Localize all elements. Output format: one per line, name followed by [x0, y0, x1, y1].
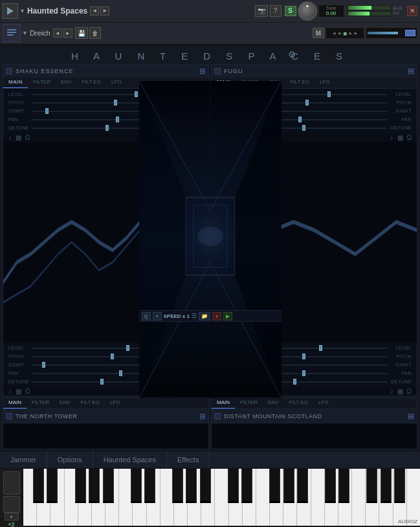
- black-key[interactable]: [338, 469, 349, 503]
- power-btn-bl[interactable]: [6, 413, 12, 420]
- s-button[interactable]: S: [285, 6, 296, 16]
- headphone-icon-tr1[interactable]: Ω: [407, 134, 412, 141]
- tab-bl-main[interactable]: MAIN: [3, 398, 27, 409]
- panel-br-name: DISTANT MOUNTAIN SCOTLAND: [224, 413, 408, 420]
- tab-options[interactable]: Options: [47, 451, 93, 468]
- tune-knob[interactable]: [298, 1, 317, 21]
- white-key[interactable]: [407, 469, 420, 526]
- black-key[interactable]: [89, 469, 100, 503]
- note-icon-tr2[interactable]: ♪: [390, 388, 393, 395]
- black-key[interactable]: [269, 469, 280, 503]
- wave-icon-tl2[interactable]: ▦: [16, 388, 21, 395]
- record-button[interactable]: ●: [212, 312, 221, 320]
- tab-bl-lfo[interactable]: LFO: [105, 398, 126, 409]
- tab-br-env[interactable]: ENV: [263, 398, 283, 409]
- play-button[interactable]: ▶: [223, 312, 232, 320]
- panel-bl-name: THE NORTH TOWER: [16, 413, 199, 420]
- black-key[interactable]: [283, 469, 294, 503]
- tab-tr-filter[interactable]: FILTER: [236, 78, 264, 88]
- wave-icon-tl1[interactable]: ▦: [16, 134, 21, 141]
- power-btn-tl[interactable]: [6, 68, 12, 74]
- tab-br-filter[interactable]: FILTER: [235, 398, 263, 409]
- tab-tr-main[interactable]: MAIN: [212, 78, 236, 88]
- wave-icon-tr1[interactable]: ▦: [397, 134, 403, 141]
- tab-tr-lfo[interactable]: LFO: [315, 78, 335, 88]
- black-key[interactable]: [131, 469, 142, 503]
- black-key[interactable]: [75, 469, 86, 503]
- link-icon-tr[interactable]: ⊞: [408, 67, 414, 76]
- tab-tl-filteg[interactable]: FILT EG: [76, 78, 106, 88]
- tab-effects[interactable]: Effects: [167, 451, 210, 468]
- note-icon-tl2[interactable]: ♪: [8, 388, 12, 395]
- black-key[interactable]: [200, 469, 211, 503]
- delete-preset-button[interactable]: 🗑: [89, 27, 101, 39]
- tab-br-filteg[interactable]: FILT EG: [283, 398, 313, 409]
- tab-haunted-spaces[interactable]: Haunted Spaces: [93, 451, 167, 468]
- tab-br-lfo[interactable]: LFO: [313, 398, 334, 409]
- note-icon-tl1[interactable]: ♪: [8, 134, 12, 141]
- tab-bl-env[interactable]: ENV: [54, 398, 75, 409]
- dropdown-arrow[interactable]: ▼: [19, 8, 25, 14]
- black-key[interactable]: [241, 469, 252, 503]
- black-key[interactable]: [144, 469, 155, 503]
- prev-preset[interactable]: ◄: [53, 28, 62, 38]
- tune-display: Tune 0.00: [318, 5, 344, 17]
- instrument-header-title: H A U N T E D S P A C E S: [71, 50, 349, 62]
- black-key[interactable]: [297, 469, 308, 503]
- tab-br-main[interactable]: MAIN: [212, 398, 235, 409]
- preset-name: Dreich: [30, 29, 50, 37]
- folder-button[interactable]: 📁: [199, 312, 210, 320]
- tab-tl-main[interactable]: MAIN: [3, 78, 28, 88]
- menu-icon[interactable]: ☰: [192, 313, 197, 319]
- camera-button[interactable]: 📷: [255, 5, 268, 17]
- tab-tl-filter[interactable]: FILTER: [28, 78, 56, 88]
- headphone-icon-tr2[interactable]: Ω: [407, 388, 412, 395]
- m-button[interactable]: M: [313, 28, 324, 38]
- save-preset-button[interactable]: 💾: [75, 27, 88, 39]
- speed-label: SPEED x 1: [164, 313, 190, 319]
- white-key[interactable]: [215, 469, 228, 526]
- tab-bl-filteg[interactable]: FILT EG: [75, 398, 105, 409]
- next-button[interactable]: ►: [100, 6, 109, 16]
- black-key[interactable]: [186, 469, 197, 503]
- tab-bl-filter[interactable]: FILTER: [27, 398, 54, 409]
- gear-icon[interactable]: ⚙: [288, 49, 296, 60]
- tab-tr-env[interactable]: ENV: [264, 78, 285, 88]
- tab-tl-lfo[interactable]: LFO: [106, 78, 127, 88]
- next-preset[interactable]: ►: [63, 28, 72, 38]
- link-icon-tl[interactable]: ⊞: [199, 67, 206, 76]
- link-icon-br[interactable]: ⊞: [408, 412, 414, 421]
- power-btn-tr[interactable]: [214, 68, 221, 74]
- white-key[interactable]: [352, 469, 366, 526]
- q-button[interactable]: Q: [142, 312, 151, 320]
- black-key[interactable]: [47, 469, 58, 503]
- black-key[interactable]: [381, 469, 392, 503]
- power-btn-br[interactable]: [214, 413, 221, 420]
- black-key[interactable]: [394, 469, 405, 503]
- close-button[interactable]: ✕: [407, 6, 417, 16]
- white-key[interactable]: [256, 469, 270, 526]
- black-key[interactable]: [103, 469, 114, 503]
- pitch-wheel[interactable]: [3, 471, 20, 495]
- black-key[interactable]: [228, 469, 239, 503]
- prev-button[interactable]: ◄: [90, 6, 99, 16]
- panel-top-left: SHAKU ESSENCE ⊞ MAIN FILTER ENV FILT EG …: [3, 64, 209, 396]
- mod-wheel[interactable]: [3, 496, 20, 513]
- white-key[interactable]: [311, 469, 325, 526]
- wave-icon-tr2[interactable]: ▦: [397, 388, 403, 395]
- list-button[interactable]: ≡: [153, 312, 162, 320]
- link-icon-bl[interactable]: ⊞: [199, 412, 206, 421]
- keyboard-keys: AUDIOZ: [23, 469, 420, 526]
- headphone-icon-tl2[interactable]: Ω: [25, 388, 30, 395]
- octave-up[interactable]: +: [5, 513, 19, 521]
- black-key[interactable]: [325, 469, 336, 503]
- tab-jammer[interactable]: Jammer: [0, 451, 47, 468]
- black-key[interactable]: [366, 469, 377, 503]
- black-key[interactable]: [172, 469, 183, 503]
- tab-tr-filteg[interactable]: FILT EG: [285, 78, 315, 88]
- help-button[interactable]: ?: [270, 5, 282, 17]
- headphone-icon-tl1[interactable]: Ω: [25, 134, 30, 141]
- tab-tl-env[interactable]: ENV: [56, 78, 76, 88]
- black-key[interactable]: [33, 469, 44, 503]
- note-icon-tr1[interactable]: ♪: [390, 134, 393, 141]
